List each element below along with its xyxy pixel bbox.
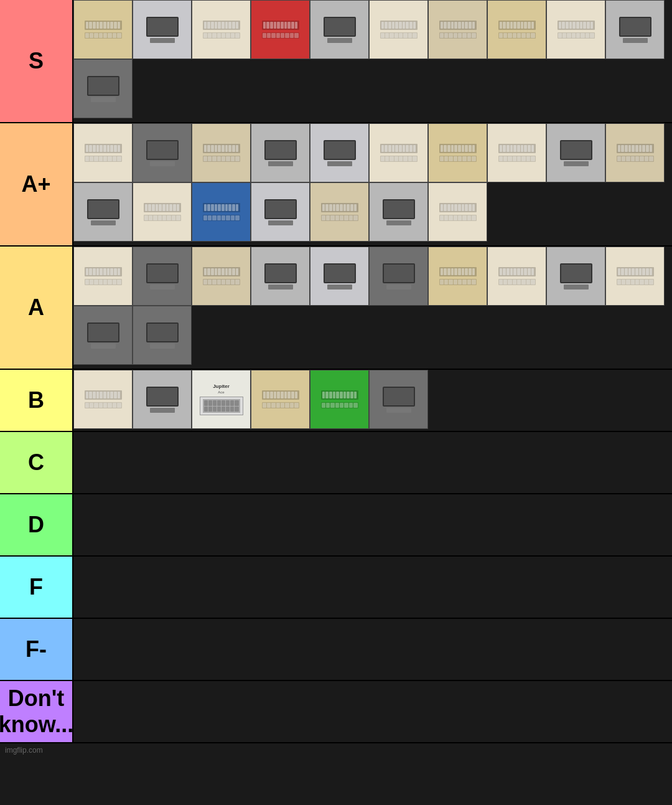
tier-row-s: S bbox=[0, 0, 672, 123]
tier-item-ap16[interactable] bbox=[369, 182, 428, 242]
tier-item-a6[interactable] bbox=[369, 247, 428, 306]
tier-item-a4[interactable] bbox=[251, 247, 310, 306]
tier-content-a bbox=[73, 247, 672, 369]
tier-content-f bbox=[73, 557, 672, 618]
tier-item-b5[interactable] bbox=[310, 370, 369, 429]
tier-item-s5[interactable] bbox=[310, 0, 369, 59]
tier-item-ap5[interactable] bbox=[310, 123, 369, 182]
tier-item-a9[interactable] bbox=[546, 247, 605, 306]
tier-label-fminus: F- bbox=[0, 619, 73, 680]
tier-item-ap3[interactable] bbox=[192, 123, 251, 182]
tier-item-ap6[interactable] bbox=[369, 123, 428, 182]
tier-item-ap12[interactable] bbox=[133, 182, 192, 242]
tier-item-a11[interactable] bbox=[73, 306, 133, 365]
tier-content-b: Jupiter Ace bbox=[73, 370, 672, 431]
tier-item-ap1[interactable] bbox=[73, 123, 133, 182]
tier-row-b: B Jupiter Ace bbox=[0, 370, 672, 432]
tier-item-a8[interactable] bbox=[487, 247, 546, 306]
tier-content-aplus bbox=[73, 123, 672, 245]
tier-row-fminus: F- bbox=[0, 619, 672, 681]
tier-item-b1[interactable] bbox=[73, 370, 133, 429]
tier-item-ap7[interactable] bbox=[428, 123, 487, 182]
tier-item-s3[interactable] bbox=[192, 0, 251, 59]
tier-item-a5[interactable] bbox=[310, 247, 369, 306]
tier-item-a7[interactable] bbox=[428, 247, 487, 306]
watermark: imgflip.com bbox=[5, 746, 43, 755]
tier-row-d: D bbox=[0, 494, 672, 557]
tier-item-ap13[interactable] bbox=[192, 182, 251, 242]
tier-item-ap8[interactable] bbox=[487, 123, 546, 182]
tier-row-a: A bbox=[0, 247, 672, 370]
tier-content-fminus bbox=[73, 619, 672, 680]
tier-item-s6[interactable] bbox=[369, 0, 428, 59]
tier-content-s bbox=[73, 0, 672, 122]
tier-item-a2[interactable] bbox=[133, 247, 192, 306]
tier-item-s7[interactable] bbox=[428, 0, 487, 59]
tier-item-ap17[interactable] bbox=[428, 182, 487, 242]
tier-item-b2[interactable] bbox=[133, 370, 192, 429]
tier-label-d: D bbox=[0, 494, 73, 555]
tier-content-dontknow bbox=[73, 681, 672, 742]
tier-content-c bbox=[73, 432, 672, 493]
tier-item-a1[interactable] bbox=[73, 247, 133, 306]
tier-label-c: C bbox=[0, 432, 73, 493]
tier-item-ap4[interactable] bbox=[251, 123, 310, 182]
tier-item-a12[interactable] bbox=[133, 306, 192, 365]
tier-label-b: B bbox=[0, 370, 73, 431]
tier-label-f: F bbox=[0, 557, 73, 618]
tier-item-b3[interactable]: Jupiter Ace bbox=[192, 370, 251, 429]
tier-item-s9[interactable] bbox=[546, 0, 605, 59]
tier-item-s10[interactable] bbox=[605, 0, 665, 59]
tier-item-ap14[interactable] bbox=[251, 182, 310, 242]
tier-item-s4[interactable] bbox=[251, 0, 310, 59]
tier-label-dontknow: Don't know... bbox=[0, 681, 73, 742]
tier-item-ap9[interactable] bbox=[546, 123, 605, 182]
footer: imgflip.com bbox=[0, 743, 672, 757]
tier-item-ap15[interactable] bbox=[310, 182, 369, 242]
tier-row-c: C bbox=[0, 432, 672, 494]
tier-row-f: F bbox=[0, 557, 672, 619]
tier-label-a: A bbox=[0, 247, 73, 369]
tier-label-aplus: A+ bbox=[0, 123, 73, 245]
tier-item-a10[interactable] bbox=[605, 247, 665, 306]
tier-item-a3[interactable] bbox=[192, 247, 251, 306]
tier-row-dontknow: Don't know... bbox=[0, 681, 672, 743]
tier-list: S bbox=[0, 0, 672, 743]
tier-item-b6[interactable] bbox=[369, 370, 428, 429]
tier-label-s: S bbox=[0, 0, 73, 122]
tier-item-b4[interactable] bbox=[251, 370, 310, 429]
tier-item-ap11[interactable] bbox=[73, 182, 133, 242]
tier-item-s2[interactable] bbox=[133, 0, 192, 59]
tier-content-d bbox=[73, 494, 672, 555]
tier-row-aplus: A+ bbox=[0, 123, 672, 247]
tier-item-s11[interactable] bbox=[73, 59, 133, 118]
tier-item-ap2[interactable] bbox=[133, 123, 192, 182]
tier-item-s8[interactable] bbox=[487, 0, 546, 59]
tier-item-s1[interactable] bbox=[73, 0, 133, 59]
tier-item-ap10[interactable] bbox=[605, 123, 665, 182]
